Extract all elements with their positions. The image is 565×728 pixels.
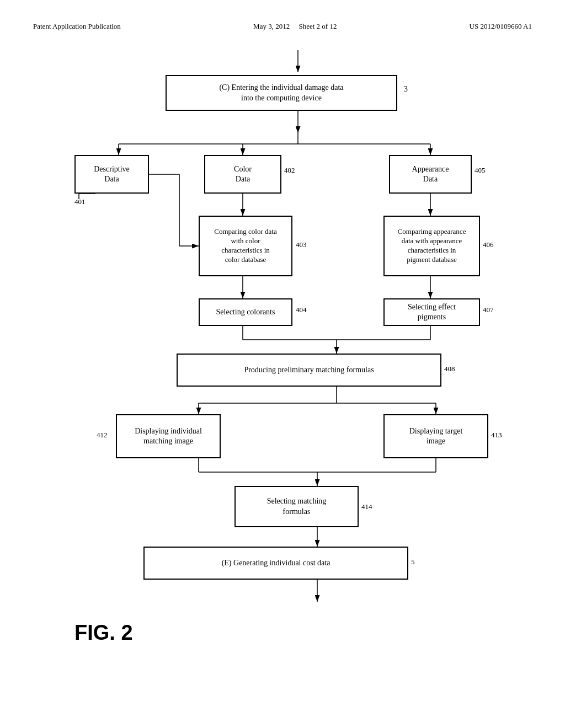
node-402: ColorData bbox=[204, 155, 281, 194]
header-date: May 3, 2012 bbox=[253, 22, 290, 30]
page: Patent Application Publication May 3, 20… bbox=[0, 0, 565, 728]
label-412: 412 bbox=[97, 431, 108, 440]
node-406: Comparimg appearancedata with appearance… bbox=[383, 216, 480, 276]
label-414: 414 bbox=[361, 502, 372, 511]
label-407: 407 bbox=[483, 306, 494, 314]
node-405: AppearanceData bbox=[389, 155, 472, 194]
label-405: 405 bbox=[475, 166, 486, 175]
label-406: 406 bbox=[483, 240, 494, 249]
header-sheet: Sheet 2 of 12 bbox=[299, 22, 337, 30]
node-404: Selecting colorants bbox=[199, 298, 292, 326]
label-402: 402 bbox=[284, 166, 295, 175]
label-404: 404 bbox=[296, 306, 307, 314]
header-center: May 3, 2012 Sheet 2 of 12 bbox=[253, 22, 337, 31]
node-401: DescriptiveData bbox=[74, 155, 149, 194]
header-left: Patent Application Publication bbox=[33, 22, 121, 31]
node-407: Selecting effectpigments bbox=[383, 298, 480, 326]
node-408: Producing preliminary matching formulas bbox=[177, 354, 441, 387]
label-401: 401 bbox=[74, 197, 86, 206]
diagram-area: (C) Entering the individual damage datai… bbox=[33, 47, 532, 698]
figure-label: FIG. 2 bbox=[74, 621, 133, 645]
label-3: 3 bbox=[404, 85, 408, 94]
node-413: Displaying targetimage bbox=[383, 414, 488, 458]
label-408: 408 bbox=[444, 365, 455, 373]
label-403: 403 bbox=[296, 240, 307, 249]
node-412: Displaying individualmatching image bbox=[116, 414, 221, 458]
node-414: Selecting matchingformulas bbox=[234, 486, 359, 527]
page-header: Patent Application Publication May 3, 20… bbox=[33, 22, 532, 31]
node-3: (C) Entering the individual damage datai… bbox=[166, 75, 397, 111]
label-5: 5 bbox=[411, 558, 415, 566]
label-413: 413 bbox=[491, 431, 502, 440]
node-5: (E) Generating individual cost data bbox=[143, 547, 408, 580]
header-right: US 2012/0109660 A1 bbox=[470, 22, 532, 31]
node-403: Comparing color datawith colorcharacteri… bbox=[199, 216, 292, 276]
